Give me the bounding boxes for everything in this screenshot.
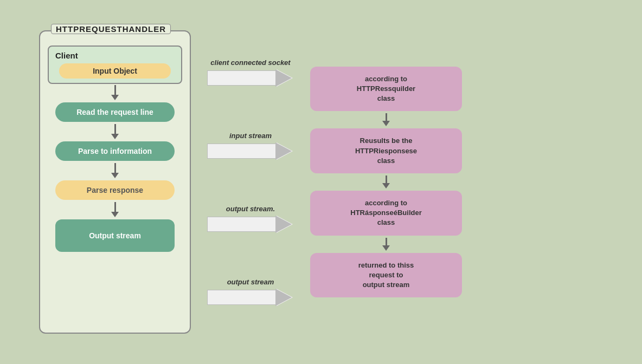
chevron-arrow-3 (207, 216, 294, 232)
arrow-down-3 (111, 163, 119, 178)
right-box-4: returned to thiss request to output stre… (310, 253, 462, 298)
arrow-row-3: output stream. (207, 205, 294, 232)
input-object-box: Input Object (59, 63, 170, 79)
handler-box: HTTPREQUESTHANDLER Client Input Object R… (39, 30, 191, 334)
main-layout: HTTPREQUESTHANDLER Client Input Object R… (23, 14, 619, 350)
step2-box: Parse to information (55, 141, 175, 161)
handler-title: HTTPREQUESTHANDLER (51, 24, 171, 34)
chevron-arrow-2 (207, 143, 294, 159)
arrow-label-3: output stream. (226, 205, 275, 213)
right-box-2: Reusults be the HTTPRiesponsese class (310, 128, 462, 173)
arrow-down-4 (111, 202, 119, 217)
right-box-3: according to HTRásponseéBuilder class (310, 191, 462, 236)
step3-box: Parse response (55, 180, 175, 200)
diagram-container: HTTPREQUESTHANDLER Client Input Object R… (23, 14, 619, 350)
step4-box: Output stream (55, 219, 175, 252)
step1-box: Read the request line (55, 102, 175, 122)
arrow-row-4: output stream (207, 278, 294, 306)
arrow-label-2: input stream (229, 132, 272, 140)
v-arrow-3 (382, 236, 390, 253)
arrow-row-2: input stream (207, 132, 294, 159)
middle-arrows: client connected socket input stream out… (191, 36, 310, 328)
right-column: according to HTTPRessquilder class Reusu… (310, 67, 462, 297)
client-section: Client Input Object (48, 46, 182, 84)
arrow-row-1: client connected socket (207, 58, 294, 86)
arrow-down-1 (111, 85, 119, 100)
arrow-label-1: client connected socket (210, 58, 290, 67)
client-label: Client (53, 51, 78, 60)
v-arrow-2 (382, 173, 390, 191)
arrow-label-4: output stream (227, 278, 274, 286)
arrow-down-2 (111, 124, 119, 139)
chevron-arrow-1 (207, 70, 294, 86)
chevron-arrow-4 (207, 289, 294, 306)
v-arrow-1 (382, 111, 390, 128)
right-box-1: according to HTTPRessquilder class (310, 67, 462, 112)
